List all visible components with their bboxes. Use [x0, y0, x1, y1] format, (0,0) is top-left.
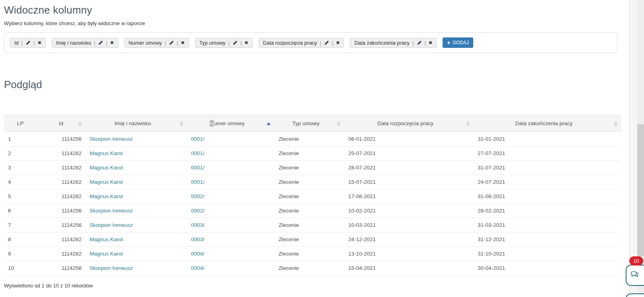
table-row: 31114282Magnus Karol0001/Zlecenie28-07-2… — [4, 161, 621, 175]
column-header[interactable]: Typ umowy — [275, 115, 344, 132]
column-chip-label: Data rozpoczęcia pracy — [263, 40, 317, 46]
cell-contract: 0001/ — [187, 175, 275, 189]
cell-start-date: 15-04-2021 — [344, 261, 474, 275]
column-chip-label: Imię i nazwisko — [56, 40, 91, 46]
cell-name-link[interactable]: Skorpion Ireneusz — [90, 265, 133, 271]
cell-lp: 8 — [4, 232, 44, 247]
column-header[interactable]: Data zakończenia pracy — [474, 115, 621, 132]
cell-contract-link[interactable]: 0003/ — [191, 236, 205, 242]
cell-end-date: 24-07-2021 — [474, 175, 621, 189]
column-chip: Data zakończenia pracy||✖ — [350, 38, 437, 48]
sort-icons — [614, 121, 617, 126]
cell-lp: 2 — [4, 146, 44, 161]
chip-separator: | — [177, 40, 178, 46]
cell-name-link[interactable]: Magnus Karol — [90, 236, 123, 242]
table-row: 101114256Skorpion Ireneusz0004/Zlecenie1… — [4, 261, 621, 275]
cell-contract-link[interactable]: 0002/ — [191, 208, 205, 214]
cell-name: Skorpion Ireneusz — [86, 132, 187, 146]
pencil-icon[interactable] — [417, 40, 422, 45]
sort-icons — [337, 121, 340, 126]
cell-contract-link[interactable]: 0001/ — [191, 136, 205, 142]
cell-start-date: 25-07-2021 — [344, 146, 474, 161]
column-chip: Typ umowy||✖ — [195, 38, 253, 48]
chat-secondary-button[interactable] — [626, 293, 644, 297]
table-row: 81114282Magnus Karol0003/Zlecenie24-12-2… — [4, 232, 621, 247]
pencil-icon[interactable] — [98, 40, 103, 45]
cell-end-date: 27-07-2021 — [474, 146, 621, 161]
column-chip: Numer umowy||✖ — [124, 38, 189, 48]
cell-name-link[interactable]: Magnus Karol — [90, 251, 123, 257]
column-header-label: Id — [59, 120, 63, 126]
scrollbar-track[interactable] — [637, 0, 644, 297]
cell-id: 1114282 — [44, 146, 86, 161]
cell-name-link[interactable]: Magnus Karol — [90, 165, 123, 171]
pencil-icon[interactable] — [25, 40, 31, 45]
cell-name-link[interactable]: Magnus Karol — [90, 193, 123, 199]
table-row: 21114282Magnus Karol0001/Zlecenie25-07-2… — [4, 146, 621, 161]
cell-name-link[interactable]: Magnus Karol — [90, 179, 123, 185]
cell-name-link[interactable]: Skorpion Ireneusz — [90, 136, 133, 142]
cell-name-link[interactable]: Magnus Karol — [90, 150, 123, 156]
cell-contract: 0001/ — [187, 146, 275, 161]
column-header[interactable]: Data rozpoczęcia pracy — [344, 115, 474, 132]
chip-separator: | — [94, 40, 95, 46]
chip-separator: | — [228, 40, 230, 46]
cell-start-date: 15-07-2021 — [344, 175, 474, 189]
remove-icon[interactable]: ✖ — [38, 41, 41, 45]
chip-separator: | — [165, 40, 166, 46]
remove-icon[interactable]: ✖ — [181, 41, 185, 45]
cell-id: 1114256 — [44, 204, 86, 218]
column-chip-label: Id — [14, 40, 19, 46]
chat-unread-badge: 10 — [629, 256, 643, 266]
remove-icon[interactable]: ✖ — [336, 41, 340, 45]
cell-name: Skorpion Ireneusz — [86, 218, 187, 232]
chip-separator: | — [412, 40, 414, 46]
cell-name: Magnus Karol — [86, 175, 187, 189]
column-header-label: Typ umowy — [292, 120, 319, 126]
column-header[interactable]: Id — [44, 115, 86, 132]
cell-end-date: 30-04-2021 — [474, 261, 621, 275]
table-row: 51114282Magnus Karol0002/Zlecenie17-08-2… — [4, 189, 621, 204]
cell-contract-link[interactable]: 0003/ — [191, 222, 205, 228]
pencil-icon[interactable] — [169, 40, 174, 45]
cell-type: Zlecenie — [275, 189, 344, 204]
cell-name-link[interactable]: Skorpion Ireneusz — [90, 208, 133, 214]
cell-contract-link[interactable]: 0004/ — [191, 265, 205, 271]
column-header[interactable]: Imię i nazwisko — [86, 115, 187, 132]
cell-contract-link[interactable]: 0001/ — [191, 179, 205, 185]
cell-start-date: 28-07-2021 — [344, 161, 474, 175]
cell-type: Zlecenie — [275, 132, 344, 146]
cell-end-date: 31-03-2021 — [474, 218, 621, 232]
remove-icon[interactable]: ✖ — [110, 41, 114, 45]
plus-icon: + — [447, 40, 450, 45]
chat-bubbles-icon — [630, 270, 639, 280]
main-content: Widoczne kolumny Wybierz kolumny, które … — [0, 0, 617, 289]
sort-asc-active-icon — [267, 122, 271, 125]
cell-id: 1114282 — [44, 161, 86, 175]
cell-start-date: 10-02-2021 — [344, 204, 474, 218]
table-row: 71114256Skorpion Ireneusz0003/Zlecenie10… — [4, 218, 621, 232]
cell-contract-link[interactable]: 0001/ — [191, 150, 205, 156]
column-header[interactable]: Numer umowy — [187, 115, 275, 132]
pencil-icon[interactable] — [232, 40, 238, 45]
chat-button[interactable] — [626, 265, 644, 286]
column-chip: Id||✖ — [10, 38, 46, 48]
cell-lp: 7 — [4, 218, 44, 232]
cell-start-date: 10-03-2021 — [344, 218, 474, 232]
preview-table: LPIdImię i nazwiskoNumer umowyTyp umowyD… — [4, 115, 621, 275]
cell-contract-link[interactable]: 0004/ — [191, 251, 205, 257]
scrollbar-thumb[interactable] — [637, 124, 644, 256]
cell-id: 1114256 — [44, 261, 86, 275]
cell-name-link[interactable]: Skorpion Ireneusz — [90, 222, 133, 228]
add-column-button[interactable]: + DODAJ — [443, 37, 473, 48]
page-title: Widoczne kolumny — [4, 4, 617, 16]
cell-contract-link[interactable]: 0002/ — [191, 193, 205, 199]
cell-lp: 9 — [4, 247, 44, 261]
cell-contract: 0002/ — [187, 204, 275, 218]
pencil-icon[interactable] — [324, 40, 329, 45]
remove-icon[interactable]: ✖ — [244, 41, 248, 45]
cell-contract-link[interactable]: 0001/ — [191, 165, 205, 171]
remove-icon[interactable]: ✖ — [429, 41, 432, 45]
chips-list: Id||✖Imię i nazwisko||✖Numer umowy||✖Typ… — [10, 38, 437, 48]
cell-end-date: 31-10-2021 — [474, 247, 621, 261]
